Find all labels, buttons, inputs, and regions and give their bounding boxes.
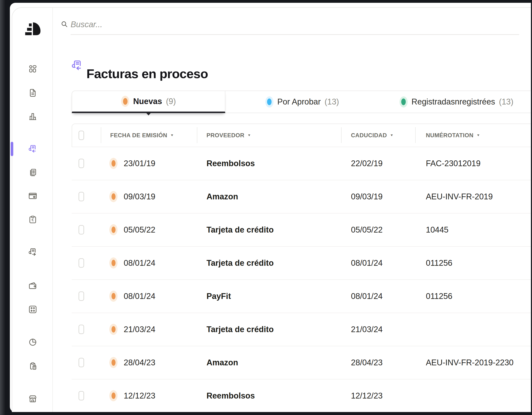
column-header-fecha[interactable]: FECHA DE EMISIÓN▼ (110, 124, 174, 147)
sidebar-item-store-icon[interactable] (28, 395, 37, 404)
select-all-checkbox[interactable] (78, 131, 84, 140)
cell-proveedor: Amazon (207, 346, 238, 379)
caret-down-icon: ▼ (476, 134, 480, 137)
tab-count: (13) (325, 97, 339, 106)
tab-label: Por Aprobar (277, 97, 321, 106)
cell-numerotation: 011256 (426, 280, 452, 313)
row-checkbox[interactable] (78, 391, 84, 400)
table-row[interactable]: 05/05/22Tarjeta de crédito05/05/2210445 (72, 213, 532, 247)
table-row[interactable]: 21/03/24Tarjeta de crédito21/03/24 (72, 313, 532, 346)
column-header-numerotation[interactable]: NUMÉROTATION▼ (426, 124, 480, 147)
sidebar-item-bar-chart-icon[interactable] (28, 112, 37, 121)
cell-proveedor: Reembolsos (207, 379, 255, 412)
cell-fecha-emision: 21/03/24 (124, 313, 155, 346)
window-frame-bottom (0, 412, 532, 415)
column-header-caducidad[interactable]: CADUCIDAD▼ (351, 124, 394, 147)
caret-down-icon: ▼ (170, 134, 174, 137)
window-frame-right (531, 0, 532, 415)
cell-caducidad: 22/02/19 (351, 147, 383, 180)
cell-caducidad: 28/04/23 (351, 346, 383, 379)
status-dot (109, 158, 117, 169)
status-dot (109, 257, 117, 269)
sidebar-item-wallet-icon[interactable] (28, 281, 37, 290)
tab-registradas[interactable]: Registradasnregistrées (13) (379, 91, 532, 113)
sidebar-item-transfers-icon[interactable] (28, 305, 37, 314)
status-dot (109, 324, 117, 335)
status-dot (399, 96, 408, 107)
tab-count: (9) (166, 97, 176, 106)
cell-caducidad: 21/03/24 (351, 313, 383, 346)
cell-caducidad: 08/01/24 (351, 247, 383, 280)
row-checkbox[interactable] (78, 258, 84, 268)
cell-caducidad: 09/03/19 (351, 180, 383, 213)
cell-fecha-emision: 08/01/24 (124, 280, 155, 313)
row-checkbox[interactable] (78, 225, 84, 234)
sidebar-item-credit-card-icon[interactable] (28, 192, 37, 201)
cell-proveedor: Tarjeta de crédito (207, 247, 274, 280)
cell-fecha-emision: 05/05/22 (124, 213, 155, 246)
status-dot (109, 290, 117, 302)
tab-nuevas[interactable]: Nuevas (9) (72, 91, 225, 113)
header-divider (101, 127, 101, 143)
search-icon (61, 20, 68, 28)
sidebar-item-clipboard-euro-icon[interactable]: € (28, 215, 37, 224)
row-checkbox[interactable] (78, 159, 84, 168)
header-divider (341, 127, 342, 143)
tab-label: Nuevas (133, 97, 162, 106)
brand-logo[interactable] (21, 18, 43, 38)
search-underline (71, 34, 519, 35)
status-dot (109, 357, 117, 368)
cell-proveedor: Reembolsos (207, 147, 255, 180)
cell-proveedor: Tarjeta de crédito (207, 313, 274, 346)
status-dot (109, 224, 117, 235)
screen: € Buscar... Facturas en proceso Nuevas (… (0, 0, 532, 415)
row-checkbox[interactable] (78, 325, 84, 334)
header-divider (415, 127, 416, 143)
cell-fecha-emision: 09/03/19 (124, 180, 155, 213)
table-row[interactable]: 08/01/24PayFit08/01/24011256 (72, 280, 532, 313)
sidebar-item-document-icon[interactable] (28, 88, 37, 97)
cell-fecha-emision: 23/01/19 (124, 147, 155, 180)
table-body: 23/01/19Reembolsos22/02/19FAC-2301201909… (72, 147, 532, 413)
tab-label: Registradasnregistrées (411, 97, 495, 106)
status-dot (109, 191, 117, 202)
table-row[interactable]: 09/03/19Amazon09/03/19AEU-INV-FR-2019 (72, 180, 532, 213)
tab-por-aprobar[interactable]: Por Aprobar (13) (225, 91, 379, 113)
sidebar-item-clipboard-calculator-icon[interactable] (28, 362, 37, 371)
sidebar-item-invoice-incoming-icon[interactable] (28, 144, 37, 153)
sidebar-item-documents-copy-icon[interactable] (28, 168, 37, 177)
row-checkbox[interactable] (78, 192, 84, 201)
sidebar-item-invoice-outgoing-icon[interactable] (28, 248, 37, 257)
svg-text:€: € (32, 218, 34, 222)
cell-caducidad: 05/05/22 (351, 213, 383, 246)
table-row[interactable]: 12/12/23Reembolsos12/12/23 (72, 379, 532, 413)
header-divider (197, 127, 197, 143)
row-checkbox[interactable] (78, 358, 84, 367)
cell-fecha-emision: 12/12/23 (124, 379, 155, 412)
column-header-proveedor[interactable]: PROVEEDOR▼ (207, 124, 251, 147)
sidebar-divider (52, 8, 53, 412)
status-dot (121, 96, 129, 107)
status-dot (109, 390, 117, 401)
cell-fecha-emision: 28/04/23 (124, 346, 155, 379)
active-tab-caret-icon (146, 113, 151, 116)
caret-down-icon: ▼ (390, 134, 394, 137)
caret-down-icon: ▼ (247, 134, 251, 137)
cell-caducidad: 12/12/23 (351, 379, 383, 412)
page-title: Facturas en proceso (86, 66, 208, 81)
sidebar-item-pie-chart-icon[interactable] (28, 338, 37, 347)
cell-numerotation: FAC-23012019 (426, 147, 481, 180)
table-row[interactable]: 08/01/24Tarjeta de crédito08/01/24011256 (72, 247, 532, 280)
table-row[interactable]: 23/01/19Reembolsos22/02/19FAC-23012019 (72, 147, 532, 180)
table-row[interactable]: 28/04/23Amazon28/04/23AEU-INV-FR-2019-22… (72, 346, 532, 379)
cell-numerotation: AEU-INV-FR-2019-2230 (426, 346, 513, 379)
cell-fecha-emision: 08/01/24 (124, 247, 155, 280)
invoice-incoming-icon (71, 59, 83, 71)
cell-proveedor: Tarjeta de crédito (207, 213, 274, 246)
tab-count: (13) (499, 97, 513, 106)
cell-numerotation: 011256 (426, 247, 452, 280)
sidebar-item-dashboard-icon[interactable] (28, 65, 37, 74)
search-input[interactable]: Buscar... (71, 20, 103, 29)
cell-proveedor: Amazon (207, 180, 238, 213)
row-checkbox[interactable] (78, 291, 84, 301)
